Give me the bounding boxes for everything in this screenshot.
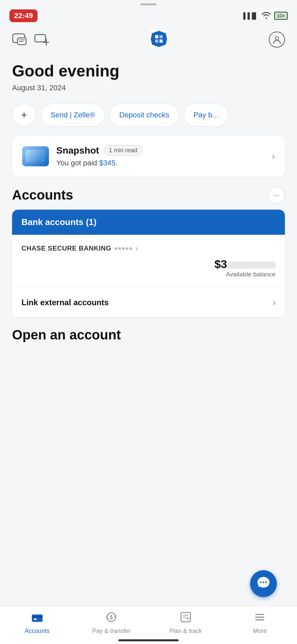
svg-point-14 <box>260 581 262 583</box>
nav-plan-track-label: Plan & track <box>169 628 202 635</box>
profile-button[interactable] <box>269 32 285 48</box>
status-bar: 22:49 ▐▐▐▌ 10+ <box>0 5 297 25</box>
svg-rect-19 <box>34 619 37 620</box>
svg-rect-17 <box>32 614 43 622</box>
svg-rect-18 <box>32 616 43 618</box>
plan-track-nav-icon <box>180 612 192 625</box>
bank-accounts-header[interactable]: Bank accounts (1) <box>12 210 285 235</box>
nav-pay-transfer[interactable]: $ Pay & transfer <box>91 612 131 635</box>
greeting-section: Good evening August 31, 2024 <box>0 54 297 98</box>
bottom-nav: Accounts $ Pay & transfer Plan & track <box>0 606 297 644</box>
snapshot-content: Snapshot 1 min read You got paid $345. <box>56 145 142 167</box>
svg-rect-12 <box>160 40 163 43</box>
greeting-title: Good evening <box>12 62 285 80</box>
accounts-section: Accounts ··· Bank accounts (1) CHASE SEC… <box>0 183 297 324</box>
greeting-date: August 31, 2024 <box>12 84 285 92</box>
nav-left <box>12 32 49 47</box>
add-account-icon[interactable] <box>34 32 49 47</box>
account-mask <box>115 247 132 250</box>
bank-accounts-title: Bank accounts (1) <box>21 217 276 227</box>
svg-rect-4 <box>35 35 46 42</box>
snapshot-title: Snapshot <box>56 145 99 156</box>
snapshot-description: You got paid $345. <box>56 159 142 167</box>
accounts-more-options-button[interactable]: ··· <box>268 187 285 204</box>
status-time: 22:49 <box>9 9 38 22</box>
quick-actions-bar: + Send | Zelle® Deposit checks Pay b... <box>0 98 297 132</box>
balance-amount: $3██████ <box>215 258 276 271</box>
pay-transfer-nav-icon: $ <box>105 612 117 625</box>
drag-handle <box>0 0 297 5</box>
nav-pay-transfer-label: Pay & transfer <box>92 628 130 635</box>
snapshot-card[interactable]: Snapshot 1 min read You got paid $345. › <box>12 136 285 177</box>
pay-button[interactable]: Pay b... <box>184 104 228 126</box>
snapshot-left: Snapshot 1 min read You got paid $345. <box>22 145 142 167</box>
snapshot-badge: 1 min read <box>104 145 142 156</box>
svg-rect-9 <box>155 35 158 38</box>
more-nav-icon <box>254 612 266 625</box>
zelle-button[interactable]: Send | Zelle® <box>41 104 105 126</box>
open-account-title: Open an account <box>12 327 285 342</box>
signal-icon: ▐▐▐▌ <box>241 12 258 19</box>
svg-rect-11 <box>155 40 158 43</box>
accounts-card: Bank accounts (1) CHASE SECURE BANKING › <box>12 210 285 317</box>
open-account-section: Open an account <box>0 324 297 388</box>
account-chevron: › <box>135 244 138 253</box>
status-icons: ▐▐▐▌ 10+ <box>241 11 288 20</box>
snapshot-amount: $345. <box>99 159 118 167</box>
battery-icon: 10+ <box>274 12 288 20</box>
link-accounts-chevron: › <box>273 297 276 308</box>
snapshot-image <box>22 146 49 166</box>
account-name: CHASE SECURE BANKING <box>21 245 111 252</box>
svg-point-13 <box>275 37 279 40</box>
chase-logo[interactable] <box>150 30 168 50</box>
nav-more[interactable]: More <box>240 612 280 635</box>
chat-fab-button[interactable] <box>250 570 277 597</box>
nav-bar <box>0 25 297 54</box>
deposit-checks-button[interactable]: Deposit checks <box>110 104 179 126</box>
snapshot-chevron: › <box>272 151 275 162</box>
add-button[interactable]: + <box>12 104 36 126</box>
accounts-nav-icon <box>31 612 43 625</box>
account-name-row[interactable]: CHASE SECURE BANKING › <box>21 244 276 253</box>
link-accounts-row[interactable]: Link external accounts › <box>12 288 285 317</box>
svg-marker-8 <box>151 31 167 47</box>
chat-fab-icon <box>256 576 271 592</box>
balance-label: Available balance <box>215 271 276 278</box>
link-accounts-text: Link external accounts <box>21 298 109 307</box>
nav-accounts[interactable]: Accounts <box>17 612 57 635</box>
nav-plan-track[interactable]: Plan & track <box>166 612 206 635</box>
chat-nav-icon[interactable] <box>12 32 27 47</box>
svg-rect-10 <box>160 35 163 38</box>
nav-more-label: More <box>253 628 267 635</box>
home-indicator <box>118 639 179 641</box>
svg-point-15 <box>263 581 264 583</box>
account-row: CHASE SECURE BANKING › $3██████ <box>12 235 285 288</box>
svg-point-16 <box>265 581 267 583</box>
accounts-header: Accounts ··· <box>12 187 285 204</box>
nav-accounts-label: Accounts <box>25 628 50 635</box>
account-balance-row: $3██████ Available balance <box>21 258 276 278</box>
accounts-title: Accounts <box>12 187 73 203</box>
balance-blurred: ██████ <box>227 261 276 269</box>
svg-text:$: $ <box>110 614 113 620</box>
wifi-icon <box>261 11 271 20</box>
